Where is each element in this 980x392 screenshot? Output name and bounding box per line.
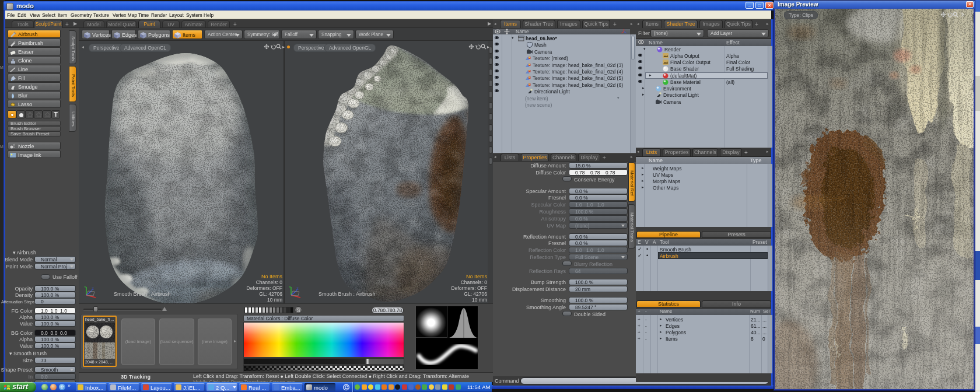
svg-text:Y: Y: [289, 285, 291, 289]
svg-text:Y: Y: [84, 285, 86, 289]
svg-text:Z: Z: [296, 287, 299, 290]
svg-text:Z: Z: [92, 287, 94, 290]
